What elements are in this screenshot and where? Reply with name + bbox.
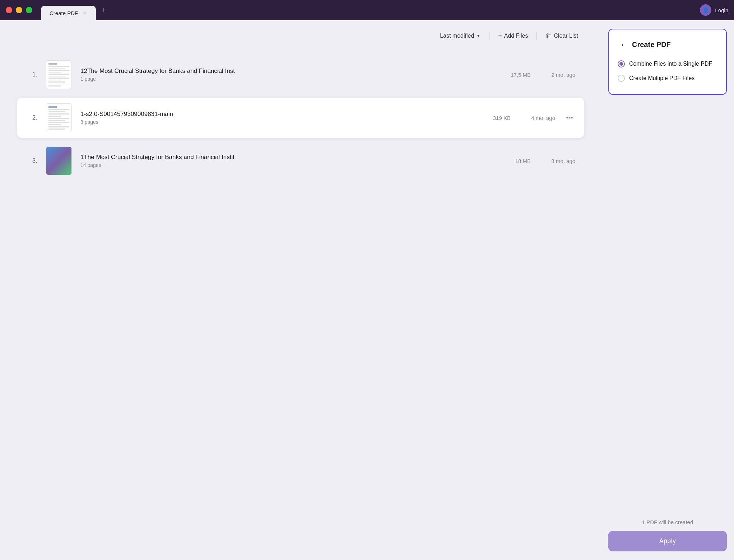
close-button[interactable]: [6, 7, 12, 13]
file-size-1: 17,5 MB: [502, 72, 531, 78]
main-container: Last modified ▼ + Add Files 🗑 Clear List…: [0, 20, 734, 560]
file-thumbnail-2: [46, 103, 72, 132]
file-item-1: 1. 12The Most Crucial: [17, 55, 584, 95]
file-name-1: 12The Most Crucial Strategy for Banks an…: [80, 67, 493, 75]
plus-icon: +: [498, 32, 502, 40]
login-label[interactable]: Login: [715, 7, 728, 13]
clear-list-label: Clear List: [554, 33, 578, 39]
file-more-button-2[interactable]: •••: [564, 112, 575, 123]
tab-label: Create PDF: [50, 10, 78, 16]
tab-close-icon[interactable]: ✕: [82, 10, 87, 16]
create-pdf-panel: ‹ Create PDF Combine Files into a Single…: [608, 29, 727, 95]
file-thumbnail-1: [46, 60, 72, 89]
file-info-2: 1-s2.0-S0014579309009831-main 8 pages: [80, 111, 473, 125]
pdf-count-text: 1 PDF will be created: [608, 519, 727, 525]
login-area: 👤 Login: [700, 4, 728, 16]
radio-option-multiple[interactable]: Create Multiple PDF Files: [618, 73, 717, 84]
file-date-2: 4 mo. ago: [519, 115, 555, 121]
new-tab-button[interactable]: +: [99, 5, 109, 15]
file-item-2: 2. 1-s2.0-S0014579309009831-main: [17, 98, 584, 138]
panel-footer: 1 PDF will be created Apply: [608, 519, 727, 551]
file-pages-2: 8 pages: [80, 119, 473, 125]
apply-button[interactable]: Apply: [608, 531, 727, 551]
maximize-button[interactable]: [26, 7, 32, 13]
minimize-button[interactable]: [16, 7, 22, 13]
add-files-button[interactable]: + Add Files: [498, 32, 528, 40]
toolbar-divider-right: [536, 32, 537, 40]
right-panel: ‹ Create PDF Combine Files into a Single…: [601, 20, 734, 560]
tab-create-pdf[interactable]: Create PDF ✕: [41, 6, 96, 20]
file-date-1: 2 mo. ago: [539, 72, 575, 78]
titlebar: Create PDF ✕ + 👤 Login: [0, 0, 734, 20]
file-info-3: 1The Most Crucial Strategy for Banks and…: [80, 154, 493, 168]
radio-option-single[interactable]: Combine Files into a Single PDF: [618, 58, 717, 70]
avatar: 👤: [700, 4, 711, 16]
radio-multiple-icon[interactable]: [618, 75, 625, 82]
file-number-3: 3.: [26, 157, 37, 164]
radio-multiple-label: Create Multiple PDF Files: [629, 75, 694, 81]
panel-header: ‹ Create PDF: [618, 39, 717, 50]
file-size-3: 18 MB: [502, 158, 531, 164]
file-item-3: 3. 1The Most Crucial Strategy for Banks …: [17, 141, 584, 181]
file-list-panel: Last modified ▼ + Add Files 🗑 Clear List…: [0, 20, 601, 560]
file-name-2: 1-s2.0-S0014579309009831-main: [80, 111, 473, 118]
file-name-3: 1The Most Crucial Strategy for Banks and…: [80, 154, 493, 161]
file-info-1: 12The Most Crucial Strategy for Banks an…: [80, 67, 493, 82]
radio-single-label: Combine Files into a Single PDF: [629, 61, 712, 67]
tab-area: Create PDF ✕ +: [41, 3, 109, 17]
radio-single-icon[interactable]: [618, 60, 625, 67]
chevron-down-icon: ▼: [476, 33, 480, 38]
file-pages-1: 1 page: [80, 76, 493, 82]
sort-label: Last modified: [440, 33, 474, 39]
file-number-2: 2.: [26, 114, 37, 121]
add-files-label: Add Files: [504, 33, 528, 39]
clear-list-button[interactable]: 🗑 Clear List: [545, 32, 578, 39]
toolbar-divider-left: [489, 32, 489, 40]
trash-icon: 🗑: [545, 32, 552, 39]
file-pages-3: 14 pages: [80, 162, 493, 168]
file-size-2: 319 KB: [482, 115, 511, 121]
panel-spacer: [608, 101, 727, 519]
sort-button[interactable]: Last modified ▼: [440, 33, 480, 39]
traffic-lights: [6, 7, 32, 13]
file-thumbnail-3: [46, 146, 72, 175]
panel-title: Create PDF: [632, 41, 671, 49]
back-button[interactable]: ‹: [618, 39, 628, 50]
file-date-3: 8 mo. ago: [539, 158, 575, 164]
file-number-1: 1.: [26, 71, 37, 78]
toolbar: Last modified ▼ + Add Files 🗑 Clear List: [17, 32, 584, 40]
